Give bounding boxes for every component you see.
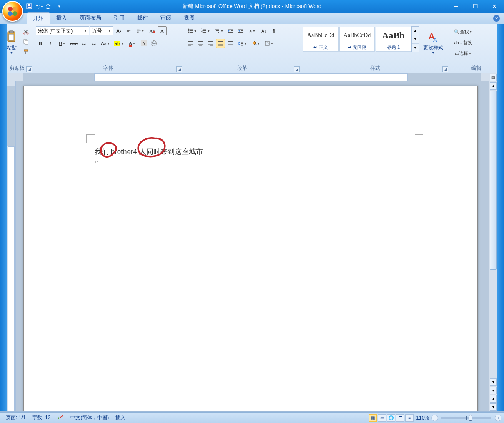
show-marks-button[interactable]: ¶ bbox=[269, 26, 278, 35]
undo-button[interactable]: ▼ bbox=[35, 2, 43, 10]
browse-object[interactable]: ● bbox=[490, 387, 497, 394]
clipboard-launcher[interactable]: ◢ bbox=[26, 66, 32, 72]
dec-indent-button[interactable] bbox=[226, 26, 235, 35]
scroll-up[interactable]: ▲ bbox=[490, 82, 497, 90]
tab-layout[interactable]: 页面布局 bbox=[73, 12, 108, 24]
bold-button[interactable]: B bbox=[36, 39, 45, 48]
help-button[interactable]: ? bbox=[493, 15, 500, 22]
clear-format-button[interactable]: Aa✖ bbox=[148, 26, 157, 35]
highlight-button[interactable]: ab▼ bbox=[113, 39, 125, 48]
superscript-button[interactable]: x2 bbox=[89, 39, 98, 48]
align-right-button[interactable] bbox=[206, 39, 215, 48]
close-button[interactable]: ✕ bbox=[485, 0, 504, 13]
gallery-more[interactable]: ▼ bbox=[412, 44, 419, 52]
underline-button[interactable]: U▼ bbox=[56, 39, 68, 48]
multilevel-button[interactable]: ▼ bbox=[213, 26, 225, 35]
vertical-scrollbar[interactable]: ▤ ▲ ▼ ● ▲ ▼ bbox=[489, 73, 497, 411]
numbering-button[interactable]: 123▼ bbox=[199, 26, 212, 35]
status-words[interactable]: 字数: 12 bbox=[29, 414, 54, 421]
view-outline[interactable]: ☰ bbox=[396, 414, 404, 422]
strikethrough-button[interactable]: abc bbox=[69, 39, 78, 48]
document-viewport[interactable]: 我们 brother4 人同时来到这座城市 ↵ bbox=[7, 73, 489, 411]
font-color-button[interactable]: A▼ bbox=[126, 39, 138, 48]
cut-button[interactable] bbox=[21, 27, 30, 36]
zoom-in-button[interactable]: + bbox=[495, 415, 501, 421]
view-full-screen[interactable]: ▭ bbox=[378, 414, 386, 422]
distributed-button[interactable] bbox=[226, 39, 235, 48]
scroll-thumb[interactable] bbox=[490, 91, 497, 270]
italic-button[interactable]: I bbox=[46, 39, 55, 48]
minimize-button[interactable]: ─ bbox=[446, 0, 466, 13]
zoom-slider[interactable] bbox=[441, 417, 491, 419]
gallery-up[interactable]: ▲ bbox=[412, 27, 419, 35]
style-normal[interactable]: AaBbCcDd ↵ 正文 bbox=[303, 27, 339, 52]
font-size-combo[interactable]: 五号▼ bbox=[90, 26, 113, 35]
paragraph-launcher[interactable]: ◢ bbox=[294, 66, 300, 72]
enclose-char-button[interactable]: 字 bbox=[149, 39, 158, 48]
inc-indent-button[interactable] bbox=[236, 26, 245, 35]
status-proofing[interactable] bbox=[54, 415, 67, 421]
vertical-ruler[interactable] bbox=[7, 81, 16, 411]
view-print-layout[interactable]: ▦ bbox=[369, 414, 377, 422]
bullets-button[interactable]: ▼ bbox=[186, 26, 198, 35]
save-button[interactable] bbox=[25, 2, 33, 10]
zoom-level[interactable]: 110% bbox=[414, 415, 431, 421]
zoom-out-button[interactable]: − bbox=[431, 415, 438, 421]
prev-page[interactable]: ▲ bbox=[490, 395, 497, 403]
select-button[interactable]: ▭选择▼ bbox=[452, 49, 474, 58]
sort-button[interactable]: A↓ bbox=[259, 26, 268, 35]
status-language[interactable]: 中文(简体，中国) bbox=[67, 414, 112, 421]
phonetic-guide-button[interactable]: 拼▼ bbox=[134, 26, 147, 35]
horizontal-ruler[interactable] bbox=[7, 73, 489, 81]
document-page[interactable]: 我们 brother4 人同时来到这座城市 ↵ bbox=[23, 86, 478, 411]
format-painter-button[interactable] bbox=[21, 47, 30, 56]
select-icon: ▭ bbox=[455, 51, 459, 56]
next-page[interactable]: ▼ bbox=[490, 403, 497, 411]
tab-view[interactable]: 视图 bbox=[178, 12, 201, 24]
style-nospacing[interactable]: AaBbCcDd ↵ 无间隔 bbox=[339, 27, 375, 52]
view-draft[interactable]: ≡ bbox=[405, 414, 414, 422]
find-button[interactable]: 🔍查找▼ bbox=[452, 27, 474, 36]
zoom-handle[interactable] bbox=[469, 415, 472, 421]
office-button[interactable] bbox=[2, 1, 23, 22]
replace-button[interactable]: ab↔替换 bbox=[452, 38, 474, 47]
align-left-button[interactable] bbox=[186, 39, 195, 48]
tab-review[interactable]: 审阅 bbox=[154, 12, 178, 24]
status-mode[interactable]: 插入 bbox=[112, 414, 129, 421]
document-text[interactable]: 我们 brother4 人同时来到这座城市 bbox=[95, 147, 203, 156]
justify-button[interactable] bbox=[216, 39, 225, 48]
redo-button[interactable] bbox=[45, 2, 53, 10]
char-border-button[interactable]: A bbox=[158, 26, 167, 35]
tab-home[interactable]: 开始 bbox=[27, 12, 50, 24]
qat-customize[interactable]: ▼ bbox=[55, 2, 63, 10]
grow-font-button[interactable]: A▴ bbox=[114, 26, 123, 35]
copy-button[interactable] bbox=[21, 37, 30, 46]
style-heading1[interactable]: AaBb 标题 1 bbox=[376, 27, 411, 52]
change-case-button[interactable]: Aa▼ bbox=[99, 39, 112, 48]
asian-layout-button[interactable]: ✕▼ bbox=[246, 26, 258, 35]
maximize-button[interactable]: ☐ bbox=[466, 0, 485, 13]
borders-button[interactable]: ▼ bbox=[263, 39, 275, 48]
view-web-layout[interactable]: 🌐 bbox=[387, 414, 395, 422]
scroll-track[interactable] bbox=[489, 90, 497, 378]
line-spacing-button[interactable]: ▼ bbox=[236, 39, 248, 48]
scroll-down[interactable]: ▼ bbox=[490, 378, 497, 386]
subscript-button[interactable]: x2 bbox=[79, 39, 88, 48]
tab-mailings[interactable]: 邮件 bbox=[131, 12, 154, 24]
change-styles-button[interactable]: AA 更改样式 ▼ bbox=[421, 26, 446, 58]
paste-button[interactable]: 粘贴 ▼ bbox=[3, 26, 20, 58]
style-gallery[interactable]: AaBbCcDd ↵ 正文 AaBbCcDd ↵ 无间隔 AaBb 标题 1 ▲… bbox=[303, 26, 419, 52]
styles-launcher[interactable]: ◢ bbox=[442, 66, 448, 72]
ruler-toggle[interactable]: ▤ bbox=[490, 74, 497, 81]
shrink-font-button[interactable]: A▾ bbox=[124, 26, 133, 35]
align-center-button[interactable] bbox=[196, 39, 205, 48]
font-launcher[interactable]: ◢ bbox=[176, 66, 182, 72]
shading-button[interactable]: ▼ bbox=[249, 39, 262, 48]
tab-insert[interactable]: 插入 bbox=[50, 12, 73, 24]
tab-references[interactable]: 引用 bbox=[108, 12, 131, 24]
font-name-combo[interactable]: 宋体 (中文正文)▼ bbox=[36, 26, 89, 35]
char-shading-button[interactable]: A bbox=[139, 39, 148, 48]
status-page[interactable]: 页面: 1/1 bbox=[3, 414, 29, 421]
svg-rect-51 bbox=[218, 44, 223, 45]
gallery-down[interactable]: ▼ bbox=[412, 35, 419, 43]
